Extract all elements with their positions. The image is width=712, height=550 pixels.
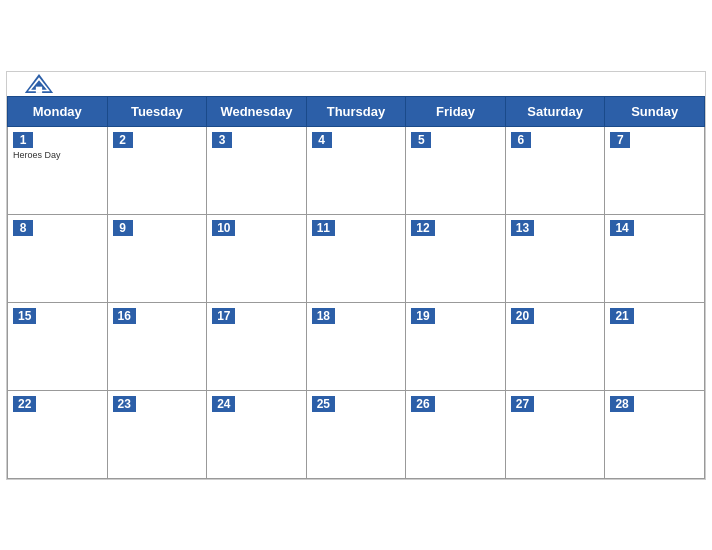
calendar-cell-15: 15: [8, 302, 108, 390]
day-number-15: 15: [13, 308, 36, 324]
day-number-17: 17: [212, 308, 235, 324]
day-number-3: 3: [212, 132, 232, 148]
day-number-12: 12: [411, 220, 434, 236]
day-number-7: 7: [610, 132, 630, 148]
calendar-cell-21: 21: [605, 302, 705, 390]
calendar-cell-28: 28: [605, 390, 705, 478]
day-number-6: 6: [511, 132, 531, 148]
calendar-cell-8: 8: [8, 214, 108, 302]
calendar-cell-26: 26: [406, 390, 506, 478]
weekday-header-tuesday: Tuesday: [107, 96, 207, 126]
calendar-cell-4: 4: [306, 126, 406, 214]
calendar-cell-13: 13: [505, 214, 605, 302]
day-number-4: 4: [312, 132, 332, 148]
calendar-cell-5: 5: [406, 126, 506, 214]
day-number-11: 11: [312, 220, 335, 236]
weekday-header-monday: Monday: [8, 96, 108, 126]
day-number-8: 8: [13, 220, 33, 236]
calendar-cell-6: 6: [505, 126, 605, 214]
calendar: MondayTuesdayWednesdayThursdayFridaySatu…: [6, 71, 706, 480]
calendar-cell-10: 10: [207, 214, 307, 302]
weekday-header-wednesday: Wednesday: [207, 96, 307, 126]
day-number-2: 2: [113, 132, 133, 148]
weekday-header-row: MondayTuesdayWednesdayThursdayFridaySatu…: [8, 96, 705, 126]
calendar-cell-19: 19: [406, 302, 506, 390]
day-number-26: 26: [411, 396, 434, 412]
calendar-week-4: 22232425262728: [8, 390, 705, 478]
day-number-21: 21: [610, 308, 633, 324]
day-number-23: 23: [113, 396, 136, 412]
day-number-1: 1: [13, 132, 33, 148]
calendar-cell-22: 22: [8, 390, 108, 478]
day-number-10: 10: [212, 220, 235, 236]
day-number-18: 18: [312, 308, 335, 324]
weekday-header-sunday: Sunday: [605, 96, 705, 126]
weekday-header-saturday: Saturday: [505, 96, 605, 126]
weekday-header-friday: Friday: [406, 96, 506, 126]
weekday-header-thursday: Thursday: [306, 96, 406, 126]
calendar-cell-25: 25: [306, 390, 406, 478]
day-number-22: 22: [13, 396, 36, 412]
calendar-cell-27: 27: [505, 390, 605, 478]
calendar-cell-20: 20: [505, 302, 605, 390]
day-number-24: 24: [212, 396, 235, 412]
calendar-week-3: 15161718192021: [8, 302, 705, 390]
calendar-cell-2: 2: [107, 126, 207, 214]
day-number-16: 16: [113, 308, 136, 324]
calendar-cell-7: 7: [605, 126, 705, 214]
calendar-cell-16: 16: [107, 302, 207, 390]
calendar-week-1: 1Heroes Day234567: [8, 126, 705, 214]
calendar-cell-9: 9: [107, 214, 207, 302]
calendar-cell-18: 18: [306, 302, 406, 390]
calendar-body: 1Heroes Day23456789101112131415161718192…: [8, 126, 705, 478]
day-number-28: 28: [610, 396, 633, 412]
day-number-9: 9: [113, 220, 133, 236]
calendar-cell-24: 24: [207, 390, 307, 478]
calendar-cell-1: 1Heroes Day: [8, 126, 108, 214]
calendar-cell-17: 17: [207, 302, 307, 390]
calendar-cell-3: 3: [207, 126, 307, 214]
day-number-27: 27: [511, 396, 534, 412]
day-number-5: 5: [411, 132, 431, 148]
day-number-19: 19: [411, 308, 434, 324]
day-number-25: 25: [312, 396, 335, 412]
calendar-table: MondayTuesdayWednesdayThursdayFridaySatu…: [7, 96, 705, 479]
logo: [23, 72, 55, 95]
calendar-cell-11: 11: [306, 214, 406, 302]
holiday-label-1: Heroes Day: [13, 150, 102, 160]
calendar-header: [7, 72, 705, 96]
svg-rect-4: [36, 86, 42, 92]
day-number-14: 14: [610, 220, 633, 236]
calendar-cell-23: 23: [107, 390, 207, 478]
calendar-thead: MondayTuesdayWednesdayThursdayFridaySatu…: [8, 96, 705, 126]
calendar-cell-12: 12: [406, 214, 506, 302]
day-number-20: 20: [511, 308, 534, 324]
calendar-week-2: 891011121314: [8, 214, 705, 302]
day-number-13: 13: [511, 220, 534, 236]
calendar-cell-14: 14: [605, 214, 705, 302]
